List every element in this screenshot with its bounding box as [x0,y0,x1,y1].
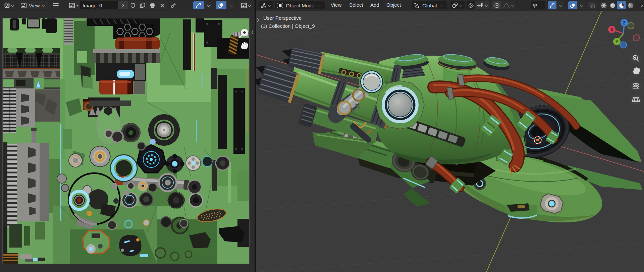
svg-text:Z: Z [623,21,625,25]
svg-text:X: X [610,27,613,32]
svg-text:(1) Collection | Object_9: (1) Collection | Object_9 [261,23,315,29]
svg-text:Y: Y [615,40,618,44]
svg-text:User Perspective: User Perspective [263,15,302,21]
